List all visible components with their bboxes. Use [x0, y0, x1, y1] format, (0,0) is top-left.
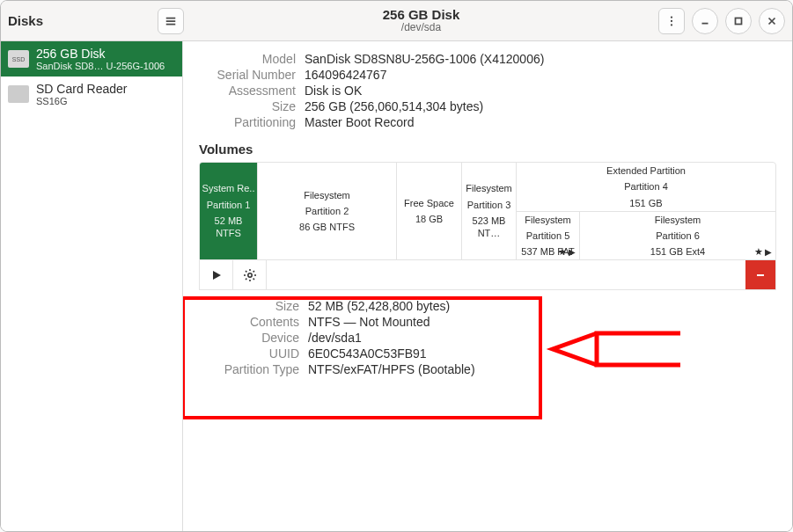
star-icon: ★ — [558, 246, 567, 258]
value-model: SanDisk SD8SN8U-256G-1006 (X4120006) — [305, 52, 776, 66]
sidebar-item-title: 256 GB Disk — [36, 47, 165, 61]
value-assessment: Disk is OK — [305, 84, 776, 98]
volume-partition-3[interactable]: Filesystem Partition 3 523 MB NT… — [462, 163, 517, 259]
minimize-icon — [699, 15, 711, 27]
volume-label: Partition 5 — [525, 228, 572, 244]
sidebar: SSD 256 GB Disk SanDisk SD8… U-256G-1006… — [1, 41, 183, 531]
label-part-uuid: UUID — [202, 346, 299, 361]
svg-point-1 — [671, 19, 672, 21]
volume-settings-button[interactable] — [233, 260, 267, 289]
volume-toolbar — [199, 260, 776, 290]
play-icon: ▶ — [765, 247, 772, 257]
volume-label: Partition 4 — [622, 179, 670, 194]
minimize-button[interactable] — [692, 8, 718, 34]
label-serial: Serial Number — [199, 68, 296, 82]
value-part-size: 52 MB (52,428,800 bytes) — [308, 299, 776, 313]
disk-menu-button[interactable] — [658, 8, 685, 34]
main-area: SSD 256 GB Disk SanDisk SD8… U-256G-1006… — [1, 41, 792, 531]
volume-partition-2[interactable]: Filesystem Partition 2 86 GB NTFS — [258, 163, 397, 259]
play-icon: ▶ — [569, 247, 576, 257]
volume-label: Filesystem — [464, 180, 514, 196]
sidebar-item-subtitle: SanDisk SD8… U-256G-1006 — [36, 61, 165, 71]
minus-icon — [753, 268, 767, 282]
sidebar-item-disk-1[interactable]: SD Card Reader SS16G — [1, 77, 182, 112]
maximize-icon — [732, 15, 745, 27]
volume-free-space[interactable]: Free Space 18 GB — [397, 163, 462, 259]
volume-label: 151 GB — [628, 195, 664, 211]
label-part-size: Size — [202, 299, 299, 313]
svg-point-4 — [247, 273, 251, 276]
volume-label: 86 GB NTFS — [297, 219, 356, 235]
value-part-device: /dev/sda1 — [308, 331, 776, 345]
sidebar-item-title: SD Card Reader — [36, 82, 128, 96]
window-subtitle: /dev/sda — [184, 22, 658, 33]
close-button[interactable] — [759, 8, 785, 34]
label-assessment: Assessment — [199, 84, 296, 98]
volume-partition-5[interactable]: Filesystem Partition 5 537 MB FAT ★▶ — [517, 212, 580, 259]
value-part-contents: NTFS — Not Mounted — [308, 315, 776, 329]
volume-label: Partition 2 — [304, 203, 351, 219]
hamburger-icon — [165, 15, 177, 27]
app-title: Disks — [8, 13, 43, 28]
svg-point-2 — [671, 24, 672, 26]
volume-label: Filesystem — [302, 187, 352, 203]
volume-label: Filesystem — [653, 212, 703, 228]
value-serial: 164096424767 — [305, 68, 776, 82]
window-title: 256 GB Disk — [184, 8, 658, 23]
volume-partition-1[interactable]: System Re.. Partition 1 52 MB NTFS — [200, 163, 258, 259]
volume-partition-4-extended[interactable]: Extended Partition Partition 4 151 GB Fi… — [517, 163, 775, 259]
play-icon — [209, 268, 224, 282]
sd-card-icon — [8, 85, 29, 103]
label-model: Model — [199, 52, 296, 66]
sidebar-item-subtitle: SS16G — [36, 96, 128, 106]
close-icon — [766, 15, 778, 27]
svg-point-0 — [671, 16, 672, 18]
gear-icon — [243, 268, 257, 282]
label-partitioning: Partitioning — [199, 115, 296, 129]
maximize-button[interactable] — [725, 8, 752, 34]
star-icon: ★ — [754, 246, 763, 258]
volume-label: Filesystem — [523, 212, 573, 228]
kebab-icon — [665, 15, 678, 27]
volumes-heading: Volumes — [199, 142, 776, 157]
svg-rect-3 — [736, 18, 742, 24]
volumes-map: System Re.. Partition 1 52 MB NTFS Files… — [199, 162, 776, 260]
label-part-contents: Contents — [202, 315, 299, 329]
value-size: 256 GB (256,060,514,304 bytes) — [305, 99, 776, 113]
disk-info: Model SanDisk SD8SN8U-256G-1006 (X412000… — [199, 52, 776, 129]
volume-label: 18 GB — [414, 211, 444, 227]
volume-label: 523 MB NT… — [462, 213, 516, 242]
volume-label: Partition 1 — [205, 197, 253, 213]
volume-partition-6[interactable]: Filesystem Partition 6 151 GB Ext4 ★▶ — [580, 212, 775, 259]
label-size: Size — [199, 99, 296, 113]
volume-label: Extended Partition — [605, 163, 687, 179]
value-partitioning: Master Boot Record — [305, 115, 776, 129]
volume-label: 52 MB NTFS — [200, 213, 257, 242]
ssd-icon: SSD — [8, 50, 29, 68]
label-part-device: Device — [202, 331, 299, 345]
volume-label: Free Space — [402, 195, 456, 211]
headerbar: Disks 256 GB Disk /dev/sda — [1, 1, 792, 41]
sidebar-item-disk-0[interactable]: SSD 256 GB Disk SanDisk SD8… U-256G-1006 — [1, 41, 182, 77]
hamburger-menu-button[interactable] — [158, 8, 184, 34]
volume-label: System Re.. — [201, 180, 257, 196]
volume-label: Partition 3 — [466, 197, 513, 213]
label-part-type: Partition Type — [202, 362, 299, 376]
mount-button[interactable] — [200, 260, 233, 289]
partition-details: Size 52 MB (52,428,800 bytes) Contents N… — [199, 299, 776, 376]
content-pane: Model SanDisk SD8SN8U-256G-1006 (X412000… — [183, 41, 792, 531]
volume-label: 151 GB Ext4 — [649, 244, 707, 259]
volume-label: Partition 6 — [654, 228, 701, 244]
value-part-type: NTFS/exFAT/HPFS (Bootable) — [308, 362, 776, 376]
value-part-uuid: 6E0C543A0C53FB91 — [308, 346, 776, 361]
delete-partition-button[interactable] — [745, 260, 775, 289]
